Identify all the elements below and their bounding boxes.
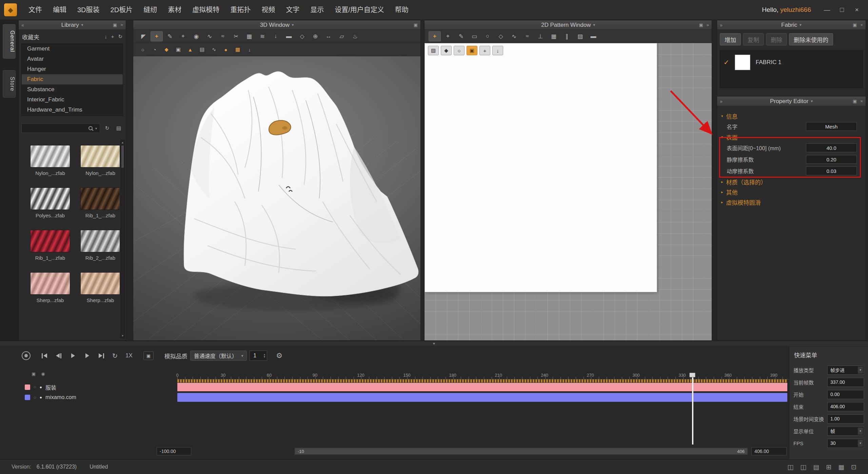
show-texture-icon[interactable]: ▩ — [232, 45, 243, 54]
export-icon[interactable]: ↓ — [492, 46, 503, 55]
panel-collapse-icon[interactable]: » — [720, 22, 723, 28]
texture-icon[interactable]: ▨ — [428, 46, 439, 55]
grading-icon[interactable]: ▦ — [548, 31, 560, 41]
track-row-mixamo[interactable]: ○ ● mixamo.com — [19, 393, 165, 402]
menu-retopology[interactable]: 重拓扑 — [225, 0, 256, 20]
menu-3d-garment[interactable]: 3D服装 — [72, 0, 105, 20]
section-material[interactable]: ▸材质（选择的） — [717, 177, 866, 187]
layout-split-icon[interactable]: ◫ — [800, 463, 806, 471]
goto-start-button[interactable] — [39, 351, 50, 360]
view-mode-icon[interactable]: ▤ — [114, 124, 123, 133]
track-mute-icon[interactable]: ○ — [34, 384, 36, 390]
panel-close-icon[interactable]: × — [860, 99, 863, 104]
layout-quad-icon[interactable]: ▦ — [838, 463, 844, 471]
3d-viewport[interactable] — [133, 56, 420, 340]
lib-item-avatar[interactable]: Avatar — [22, 54, 123, 64]
panel-close-icon[interactable]: × — [120, 22, 123, 27]
print-layout-icon[interactable]: ▬ — [587, 31, 599, 41]
timeline-min-field[interactable]: -100.00 — [157, 447, 191, 455]
menu-2d-pattern[interactable]: 2D板片 — [105, 0, 138, 20]
eye-icon[interactable]: ◉ — [41, 371, 45, 376]
rect-pattern-icon[interactable]: ▭ — [468, 31, 480, 41]
free-sewing-2d-icon[interactable]: ≈ — [521, 31, 533, 41]
menu-display[interactable]: 显示 — [305, 0, 329, 20]
prev-frame-button[interactable] — [53, 351, 64, 360]
dart-icon[interactable]: ◇ — [495, 31, 507, 41]
show-seams-icon[interactable]: ∿ — [209, 45, 219, 54]
list-item[interactable]: Rib_1_...zfab — [30, 230, 70, 261]
panel-float-icon[interactable]: ▣ — [113, 22, 117, 27]
show-avatar-mesh-icon[interactable]: ● — [220, 45, 231, 54]
flatten-icon[interactable]: ▱ — [336, 31, 348, 41]
garment-3d-render[interactable] — [133, 56, 420, 340]
section-avatar-smoothing[interactable]: ▸虚拟模特圆滑 — [717, 197, 866, 207]
maximize-button[interactable]: □ — [835, 4, 849, 16]
fabric-thumbnail[interactable] — [80, 187, 120, 210]
section-surface[interactable]: ▾表面 — [717, 132, 866, 142]
list-item[interactable]: Nylon_...zfab — [80, 145, 120, 176]
refresh-library-icon[interactable]: ↻ — [103, 124, 112, 133]
frame-step-input[interactable]: 1▲▼ — [250, 351, 267, 361]
show-pattern-icon[interactable]: ▤ — [197, 45, 208, 54]
scroll-up-icon[interactable]: ▲ — [121, 140, 124, 145]
time-warp-input[interactable]: 1.00 — [827, 414, 864, 423]
wind-icon[interactable]: ≋ — [256, 31, 269, 41]
gravity-icon[interactable]: ↓ — [270, 31, 282, 41]
animation-settings-gear-icon[interactable]: ⚙ — [276, 352, 282, 360]
lib-item-garment[interactable]: Garment — [22, 44, 123, 54]
static-friction-field[interactable]: 0.20 — [806, 155, 857, 164]
timeline-max-field[interactable]: 406.00 — [751, 447, 787, 455]
garment-track-bar[interactable] — [177, 383, 787, 391]
name-field[interactable]: Mesh — [806, 122, 857, 131]
loop-button[interactable]: ↻ — [110, 352, 120, 360]
list-item[interactable]: Nylon_...zfab — [30, 145, 70, 176]
free-sewing-icon[interactable]: ≈ — [217, 31, 229, 41]
menu-file[interactable]: 文件 — [23, 0, 47, 20]
close-button[interactable]: × — [850, 4, 864, 16]
menu-material[interactable]: 素材 — [162, 0, 187, 20]
tab-store[interactable]: Store — [3, 70, 16, 98]
measure-icon[interactable]: ↔ — [322, 31, 335, 41]
chevron-down-icon[interactable]: ▾ — [292, 23, 294, 27]
play-button[interactable] — [67, 351, 79, 360]
transform-pattern-icon[interactable]: + — [429, 31, 441, 41]
pattern-paper[interactable] — [425, 43, 657, 292]
panel-collapse-icon[interactable]: » — [707, 22, 709, 27]
menu-video[interactable]: 视频 — [256, 0, 280, 20]
edit-pattern-icon[interactable]: ✎ — [164, 31, 176, 41]
layout-columns-icon[interactable]: ◫ — [787, 463, 793, 471]
start-frame-input[interactable]: 0.00 — [827, 390, 864, 399]
sewing-2d-icon[interactable]: ∿ — [508, 31, 520, 41]
track-row-garment[interactable]: ○ ● 服装 — [19, 383, 165, 391]
timeline-collapse-bar[interactable]: ▼ — [0, 341, 868, 347]
show-shoes-icon[interactable]: ◆ — [161, 45, 172, 54]
spinner-icons[interactable]: ▲▼ — [263, 353, 265, 358]
notch-icon[interactable]: ⊥ — [534, 31, 547, 41]
layout-grid-icon[interactable]: ⊞ — [826, 463, 831, 471]
fabric-thumbnail[interactable] — [30, 187, 70, 210]
import-icon[interactable]: ↓ — [104, 34, 107, 40]
lib-item-hanger[interactable]: Hanger — [22, 64, 123, 74]
search-filter-caret-icon[interactable]: ▾ — [95, 126, 97, 130]
show-hair-icon[interactable]: ◔ — [149, 45, 160, 54]
avatar-window-icon[interactable]: ○ — [454, 46, 465, 55]
show-accessories-icon[interactable]: ▣ — [173, 45, 184, 54]
edit-pattern-2d-icon[interactable]: ⌖ — [442, 31, 454, 41]
menu-help[interactable]: 帮助 — [390, 0, 414, 20]
panel-float-icon[interactable]: ▣ — [414, 22, 418, 27]
play-type-select[interactable]: 帧步进▾ — [827, 366, 864, 375]
minimize-button[interactable]: — — [820, 4, 834, 16]
lock-icon[interactable]: ▣ — [32, 371, 36, 376]
panel-close-icon[interactable]: × — [860, 22, 863, 27]
fabric-thumbnail[interactable] — [30, 230, 70, 252]
track-enabled-icon[interactable]: ● — [40, 385, 42, 390]
chevron-down-icon[interactable]: ▾ — [811, 99, 813, 103]
fabric-thumbnail[interactable] — [80, 145, 120, 167]
trim-icon[interactable]: + — [479, 46, 490, 55]
record-button[interactable] — [22, 351, 31, 360]
playhead-handle[interactable] — [689, 373, 695, 377]
layout-full-icon[interactable]: ⊡ — [851, 463, 856, 471]
steam-icon[interactable]: ♨ — [349, 31, 361, 41]
panel-float-icon[interactable]: ▣ — [699, 22, 703, 27]
search-input[interactable]: ▾ — [21, 123, 100, 133]
